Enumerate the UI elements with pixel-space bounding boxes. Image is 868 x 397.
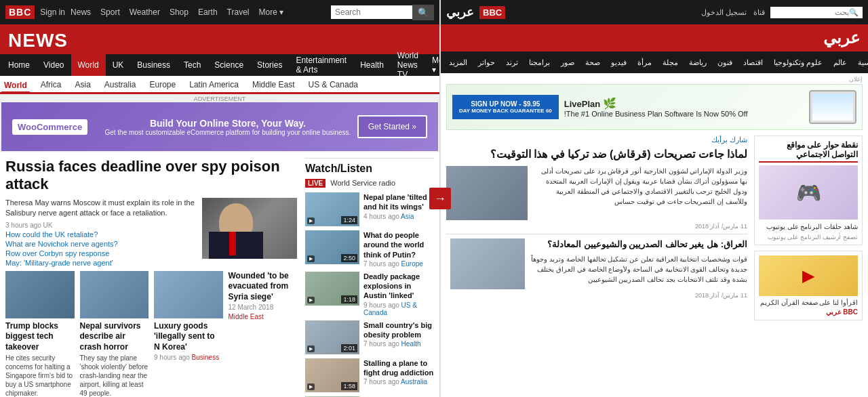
- nav-item-worldnewstv[interactable]: World News TV: [391, 54, 425, 76]
- ar-nav-arts[interactable]: فنون: [712, 51, 738, 73]
- ar-bbc-logo[interactable]: BBC: [479, 6, 505, 19]
- main-headline: Russia faces deadline over spy poison at…: [5, 158, 297, 267]
- ar-nav-economy[interactable]: اقتصاد: [738, 51, 768, 73]
- small-tag-3[interactable]: Business: [192, 354, 220, 361]
- video-thumb-3[interactable]: ▶ 1:18: [305, 272, 359, 306]
- subnav-australia[interactable]: Australia: [102, 79, 139, 91]
- live-label[interactable]: World Service radio: [330, 179, 395, 187]
- bbc-logo[interactable]: BBC: [5, 5, 35, 19]
- subnav-world[interactable]: World: [1, 79, 30, 93]
- ar-nav-home[interactable]: الرئيسية: [852, 51, 868, 73]
- subnav-uscanada[interactable]: US & Canada: [306, 79, 361, 91]
- subnav-latinamerica[interactable]: Latin America: [186, 79, 241, 91]
- nav-news[interactable]: News: [71, 7, 91, 17]
- subnav-europe[interactable]: Europe: [147, 79, 179, 91]
- ar-nav-magazine[interactable]: مجلة: [657, 51, 684, 73]
- video-title-1[interactable]: Nepal plane 'tilted and hit its wings': [363, 192, 434, 212]
- watch-listen-title: Watch/Listen: [305, 163, 434, 175]
- nav-item-home[interactable]: Home: [1, 54, 37, 76]
- search-input[interactable]: [331, 5, 412, 19]
- video-thumb-4[interactable]: ▶ 2:01: [305, 320, 359, 354]
- arabic-header: عربي: [441, 24, 868, 51]
- ar-article-text: وزير الدولة الإماراتي لشؤون الخارجية أنو…: [533, 166, 747, 220]
- ar-nav-link-1[interactable]: قناة: [753, 8, 765, 17]
- video-thumb-5[interactable]: ▶ 1:58: [305, 358, 359, 392]
- ar-topnav-left: 🔍 قناة تسجيل الدخول: [701, 7, 863, 18]
- left-panel: BBC Sign in News Sport Weather Shop Eart…: [0, 0, 439, 397]
- ar-nav-science[interactable]: علوم وتكنولوجيا: [768, 51, 828, 73]
- nav-shop[interactable]: Shop: [170, 7, 189, 17]
- video-thumb-2[interactable]: ▶ 2:50: [305, 230, 359, 264]
- video-tag-4[interactable]: Health: [401, 340, 421, 348]
- video-tag-5[interactable]: Australia: [401, 378, 427, 385]
- video-info-2: What do people around the world think of…: [363, 230, 434, 268]
- social-box: نقطة حوار على مواقع التواصل الاجتماعي 🎮 …: [754, 135, 863, 245]
- small-tag-4[interactable]: Middle East: [229, 313, 264, 320]
- nav-item-health[interactable]: Health: [353, 54, 391, 76]
- subnav-middleeast[interactable]: Middle East: [250, 79, 298, 91]
- nav-item-more[interactable]: More ▾: [425, 54, 439, 76]
- ar-search-input[interactable]: [774, 8, 849, 16]
- video-thumb-1[interactable]: ▶ 1:24: [305, 192, 359, 226]
- video-title-2[interactable]: What do people around the world think of…: [363, 230, 434, 259]
- bbc-header: NEWS: [0, 24, 439, 54]
- ar-nav-programs[interactable]: برامجنا: [524, 51, 555, 73]
- video-info-3: Deadly package explosions in Austin 'lin…: [363, 272, 434, 316]
- nav-item-science[interactable]: Science: [208, 54, 250, 76]
- ar-nav-mara[interactable]: مرأة: [632, 51, 657, 73]
- nav-sport[interactable]: Sport: [100, 7, 120, 17]
- ar-nav-more[interactable]: المزيد: [443, 51, 473, 73]
- nav-item-video[interactable]: Video: [37, 54, 71, 76]
- link-3[interactable]: Row over Corbyn spy response: [5, 249, 197, 257]
- ar-nav-photos[interactable]: صور: [555, 51, 580, 73]
- subnav-asia[interactable]: Asia: [72, 79, 93, 91]
- nav-weather[interactable]: Weather: [130, 7, 160, 17]
- nav-more[interactable]: More ▾: [259, 7, 284, 17]
- link-4[interactable]: May: 'Military-grade nerve agent': [5, 259, 197, 267]
- signin-link[interactable]: Sign in: [40, 7, 65, 17]
- subnav-africa[interactable]: Africa: [38, 79, 64, 91]
- video-title-5[interactable]: Stalling a plane to fight drug addiction: [363, 358, 434, 378]
- small-title-2[interactable]: Nepal survivors describe air crash horro…: [80, 321, 149, 353]
- search-button[interactable]: 🔍: [412, 5, 434, 20]
- small-title-4[interactable]: Wounded 'to be evacuated from Syria sieg…: [229, 271, 298, 303]
- play-icon-5: ▶: [307, 383, 315, 390]
- share-link[interactable]: شارك برأيك: [446, 135, 747, 144]
- nav-travel[interactable]: Travel: [227, 7, 250, 17]
- social-title: نقطة حوار على مواقع التواصل الاجتماعي: [759, 140, 858, 163]
- ar-nav-trend[interactable]: ترند: [500, 51, 524, 73]
- signup-button[interactable]: SIGN UP NOW - $9.95 60 DAY MONEY BACK GU…: [452, 95, 559, 119]
- video-info-4: Small country's big obesity problem 7 ho…: [363, 320, 434, 348]
- ar-nav-video[interactable]: فيديو: [606, 51, 632, 73]
- ad-content[interactable]: WooCommerce Build Your Online Store, You…: [1, 102, 438, 151]
- small-title-3[interactable]: Luxury goods 'illegally sent to N Korea': [154, 321, 223, 353]
- video-title-3[interactable]: Deadly package explosions in Austin 'lin…: [363, 272, 434, 301]
- ar-ad-content[interactable]: 🌿 LivePlan The #1 Online Business Plan S…: [446, 84, 863, 130]
- nav-item-stories[interactable]: Stories: [250, 54, 289, 76]
- ar-headline-title[interactable]: لماذا جاءت تصريحات (قرقاش) ضد تركيا في ه…: [446, 147, 747, 162]
- ar-nav-sports[interactable]: رياضة: [684, 51, 712, 73]
- nav-earth[interactable]: Earth: [198, 7, 218, 17]
- ar-nav-link-2[interactable]: تسجيل الدخول: [701, 8, 747, 17]
- nav-item-world[interactable]: World: [71, 54, 106, 76]
- nav-item-uk[interactable]: UK: [106, 54, 131, 76]
- ar-nav-world[interactable]: عالم: [828, 51, 852, 73]
- ar-search-box: 🔍: [770, 7, 863, 18]
- link-2[interactable]: What are Novichok nerve agents?: [5, 240, 197, 248]
- ad-cta-button[interactable]: Get Started »: [357, 115, 427, 138]
- headline-title[interactable]: Russia faces deadline over spy poison at…: [5, 158, 297, 194]
- video-tag-3[interactable]: US & Canada: [363, 301, 417, 316]
- ar-nav-hawtar[interactable]: حواتر: [473, 51, 500, 73]
- video-tag-2[interactable]: Europe: [401, 260, 423, 268]
- link-1[interactable]: How could the UK retaliate?: [5, 230, 197, 238]
- nav-item-tech[interactable]: Tech: [177, 54, 208, 76]
- headline-links: How could the UK retaliate? What are Nov…: [5, 230, 197, 267]
- video-title-4[interactable]: Small country's big obesity problem: [363, 320, 434, 340]
- video-tag-1[interactable]: Asia: [401, 213, 414, 220]
- headline-img-placeholder: [202, 198, 297, 259]
- duration-1: 1:24: [341, 216, 357, 224]
- nav-item-business[interactable]: Business: [130, 54, 177, 76]
- nav-item-entertainment[interactable]: Entertainment & Arts: [289, 54, 353, 76]
- ar-nav-health[interactable]: صحة: [580, 51, 606, 73]
- small-title-1[interactable]: Trump blocks biggest tech takeover: [5, 321, 75, 353]
